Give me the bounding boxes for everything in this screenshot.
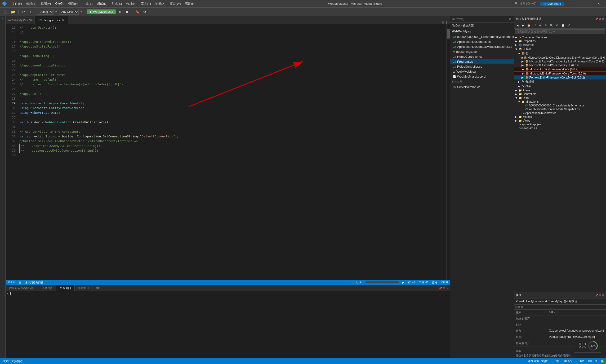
sol-properties-icon[interactable]: ⚙ <box>555 23 560 28</box>
menu-extensions[interactable]: 扩展(X) <box>153 1 167 7</box>
project-tab[interactable]: WebMvcMysql <box>450 29 514 34</box>
sol-refresh-icon[interactable]: ↺ <box>532 23 537 28</box>
file-item-csproj[interactable]: 📄 WebMvcMysql.csproj <box>450 74 514 79</box>
file-item-migration[interactable]: C# 0000000000000_CreateIdentitySchema.cs <box>450 34 514 39</box>
debug-config-select[interactable]: Debug <box>37 9 54 15</box>
prop-sort-icon[interactable]: ⚙ <box>521 305 524 309</box>
tree-aspnetcore-identity-ui[interactable]: ▶ 📦 Microsoft.AspNetCore.Identity.UI (6.… <box>514 63 606 67</box>
tree-connected-services[interactable]: ▶ ⚙ Connected Services <box>514 36 606 39</box>
sol-collapse-icon[interactable]: ⊟ <box>538 23 543 28</box>
sol-forward-icon[interactable]: ▶ <box>521 23 526 28</box>
sol-back-icon[interactable]: ◀ <box>515 23 520 28</box>
tree-aspnetcore-identity[interactable]: ▶ 📦 Microsoft.AspNetCore.Identity.Entity… <box>514 60 606 63</box>
panel-float-icon[interactable]: ⧉ <box>443 286 445 290</box>
tree-views[interactable]: ▶ 📁 Views <box>514 119 606 122</box>
tree-packages[interactable]: ▼ 📦 包 <box>514 51 606 56</box>
close-button[interactable]: × <box>593 0 604 8</box>
panel-options-icon[interactable]: ⚙ <box>509 18 511 21</box>
prop-list-icon[interactable]: ≡ <box>518 305 520 309</box>
menu-debug[interactable]: 调试(D) <box>95 1 109 7</box>
menu-tools[interactable]: 工具(T) <box>139 1 153 7</box>
menu-analyze[interactable]: 分析(N) <box>124 1 138 7</box>
tab-immediate[interactable]: 即时窗口 <box>75 285 93 291</box>
tree-properties[interactable]: ▶ 📁 Properties <box>514 39 606 43</box>
tab-command-window[interactable]: 命令窗口 <box>56 285 75 291</box>
tree-program[interactable]: C# Program.cs <box>514 126 606 130</box>
tab-package-manager[interactable]: 程序包管理器控制台 <box>6 285 38 291</box>
menu-window[interactable]: 窗口(W) <box>168 1 183 7</box>
tree-models[interactable]: ▶ 📁 Models <box>514 115 606 119</box>
toolbar-open[interactable]: 📂 <box>10 10 17 14</box>
file-item-serverversion[interactable]: C# ServerVersion.cs <box>450 84 514 89</box>
file-item-homecontroller[interactable]: C# HomeController.cs <box>450 54 514 59</box>
tree-frameworks[interactable]: ▶ 🔧 框架 <box>514 84 606 89</box>
file-item-appsettings[interactable]: ⚙ appsettings.json <box>450 49 514 54</box>
solution-search-input[interactable] <box>515 29 605 34</box>
file-item-webmvcmysql[interactable]: 🗂 WebMvcMysql <box>450 69 514 74</box>
sol-pin-icon[interactable]: 📌 <box>595 17 598 21</box>
prop-pin-icon[interactable]: 📌 <box>595 294 598 297</box>
file-item-dbcontext[interactable]: C# ApplicationDbContext.cs <box>450 39 514 44</box>
tab-output[interactable]: 输出 <box>93 285 105 291</box>
tools-icon1[interactable]: 🔧 <box>355 281 358 284</box>
panel-close-icon[interactable]: ✕ <box>446 286 449 290</box>
active-tab[interactable]: C# Program.cs ✕ <box>35 16 68 24</box>
toolbar-new[interactable]: ⬛ <box>2 10 9 14</box>
sol-show-all-icon[interactable]: 👁 <box>543 23 549 28</box>
tree-aspnetcore-diag[interactable]: ▶ 📦 Microsoft.AspNetCore.Diagnostics.Ent… <box>514 56 606 60</box>
toolbar-bookmark[interactable]: 🔖 <box>134 10 141 14</box>
tree-ef-core-tools[interactable]: ▶ 📦 Microsoft.EntityFrameworkCore.Tools … <box>514 71 606 76</box>
toolbar-stop[interactable]: ⏹ <box>124 10 130 14</box>
sol-filter-icon[interactable]: 🔍 <box>549 23 554 28</box>
platform-select[interactable]: Any CPU <box>59 9 79 15</box>
search-box[interactable]: 🔍 搜索 (Ctrl+Q) <box>513 1 538 6</box>
menu-project[interactable]: 项目(P) <box>66 1 80 7</box>
file-item-program[interactable]: C# Program.cs <box>450 59 514 64</box>
tree-controllers[interactable]: ▶ 📁 Controllers <box>514 92 606 96</box>
toolbar-undo[interactable]: ↩ <box>21 10 26 14</box>
menu-file[interactable]: 文件(F) <box>10 1 24 7</box>
file-item-snapshot[interactable]: C# ApplicationDbContextModelSnapshot.cs <box>450 44 514 49</box>
tree-migrations[interactable]: ▼ 📁 Migrations <box>514 100 606 104</box>
run-button[interactable]: ▶ WebMvcMysql <box>87 10 116 14</box>
tree-pomelo[interactable]: ▶ 📦 Pomelo.EntityFrameworkCore.MySql (6.… <box>514 76 606 79</box>
toolbar-settings[interactable]: ⚙ <box>142 10 148 14</box>
tree-dbcontext[interactable]: C# ApplicationDbContext.cs <box>514 111 606 115</box>
code-editor[interactable]: // app.UseHsts(); //} //app.UseHttpsRedi… <box>17 24 446 280</box>
sol-git-icon[interactable]: ⎇ <box>566 23 571 28</box>
menu-edit[interactable]: 编辑(E) <box>24 1 38 7</box>
tab-error-list[interactable]: 错误列表 <box>38 285 56 291</box>
prop-float-icon[interactable]: ⧉ <box>599 294 601 297</box>
status-add-source[interactable]: 添加到源代码库 <box>527 359 549 363</box>
tree-appsettings[interactable]: ⚙ appsettings.json <box>514 122 606 126</box>
tree-wwwroot[interactable]: ▶ 🌐 wwwroot <box>514 43 606 47</box>
scroll-thumb[interactable] <box>447 29 450 39</box>
tree-ef-core[interactable]: ▶ 📦 Microsoft.EntityFrameworkCore (6.0.9… <box>514 67 606 71</box>
tree-areas[interactable]: ▶ 📁 Areas <box>514 89 606 92</box>
tree-data[interactable]: ▼ 📁 Data <box>514 96 606 100</box>
play-icon[interactable]: ▶ <box>403 281 404 284</box>
tab-split-icon[interactable]: ⊞ <box>442 21 444 24</box>
tab-more-icon[interactable]: ⋮ <box>445 21 448 24</box>
tools-icon2[interactable]: ⚙ <box>359 281 362 284</box>
sol-home-icon[interactable]: 🏠 <box>526 23 531 28</box>
tree-migration-file[interactable]: C# 00000000000000_CreateIdentitySchema.c… <box>514 104 606 107</box>
nuget-tab[interactable]: NuGet - 解决方案 <box>450 23 514 29</box>
prop-grid-icon[interactable]: ⊞ <box>515 305 518 309</box>
file-item-rolescontroller[interactable]: C# RolesController.cs <box>450 64 514 69</box>
tree-snapshot[interactable]: C# ApplicationDbContextModelSnapshot.cs <box>514 107 606 111</box>
sol-preview-icon[interactable]: 📋 <box>560 23 566 28</box>
menu-git[interactable]: Git(G) <box>53 1 65 7</box>
tree-dependencies[interactable]: ▼ 📦 依赖项 <box>514 47 606 51</box>
tree-analyzers[interactable]: ▶ 🔍 分析器 <box>514 79 606 84</box>
panel-pin-icon[interactable]: 📌 <box>438 286 442 290</box>
sol-close-icon[interactable]: ✕ <box>602 17 604 21</box>
minimize-button[interactable]: ─ <box>568 0 579 8</box>
status-lang[interactable]: 中 <box>555 359 560 363</box>
prop-close-icon[interactable]: ✕ <box>602 294 604 297</box>
menu-test[interactable]: 测试(S) <box>110 1 123 7</box>
menu-build[interactable]: 生成(B) <box>81 1 94 7</box>
toolbar-pause[interactable]: ⏸ <box>117 10 123 14</box>
status-git[interactable]: 此站不支持预览 <box>2 359 24 363</box>
toolbar-redo[interactable]: ↪ <box>27 10 33 14</box>
